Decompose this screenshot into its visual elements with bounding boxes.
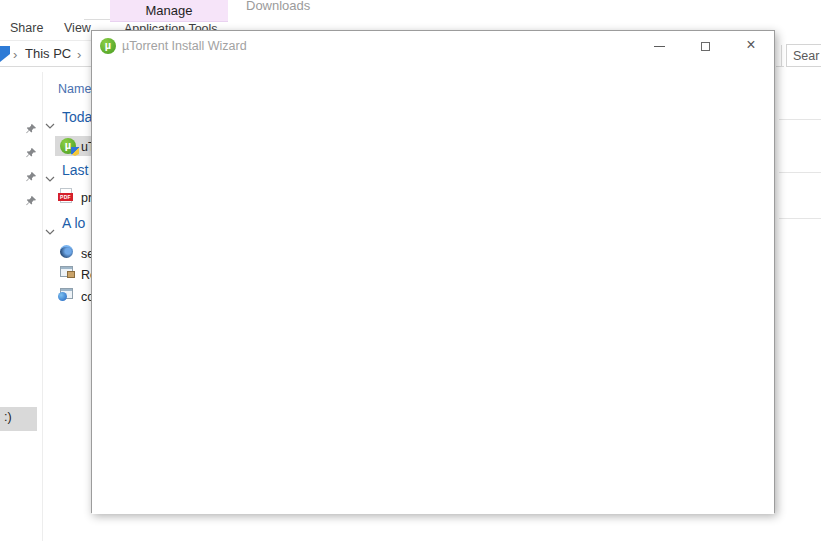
minimize-button[interactable]: [636, 31, 682, 61]
dialog-title: µTorrent Install Wizard: [122, 39, 247, 53]
pin-icon: [25, 169, 37, 181]
navpane-item-local-disk[interactable]: :): [0, 407, 37, 431]
ribbon-contextual-tab-manage[interactable]: Manage: [110, 0, 228, 22]
column-header-name[interactable]: Name: [58, 82, 91, 96]
pin-icon: [25, 145, 37, 157]
ribbon-tab-share[interactable]: Share: [10, 21, 43, 35]
close-button[interactable]: ×: [728, 31, 774, 61]
utorrent-file-icon: µ: [60, 138, 76, 154]
chevron-down-icon[interactable]: [45, 221, 55, 227]
address-bar-right-edge: [781, 45, 782, 67]
search-input[interactable]: [787, 45, 821, 66]
utorrent-logo-icon: µ: [100, 38, 116, 54]
breadcrumb-chevron-icon: ›: [77, 47, 81, 62]
desktop-screen: Manage Downloads Share View Application …: [0, 0, 821, 541]
package-box-icon: [67, 271, 75, 278]
pin-icon: [25, 121, 37, 133]
globe-icon: [58, 292, 67, 301]
pdf-file-icon: PDF: [60, 188, 72, 203]
ribbon-tab-view[interactable]: View: [64, 21, 91, 35]
explorer-window-title: Downloads: [246, 0, 310, 13]
breadcrumb-this-pc[interactable]: This PC: [25, 46, 71, 61]
group-header-today[interactable]: Toda: [62, 109, 92, 125]
nav-arrow-icon[interactable]: [0, 45, 11, 67]
breadcrumb-chevron-icon: ›: [13, 47, 17, 62]
titlebar-divider: [84, 19, 110, 20]
utorrent-install-wizard-dialog: µ µTorrent Install Wizard ×: [91, 30, 775, 513]
address-bar-border: [0, 66, 92, 67]
group-header-last-week[interactable]: Last: [62, 162, 88, 178]
setup-file-icon: [60, 245, 73, 258]
navpane-separator: [42, 72, 43, 541]
minimize-icon: [654, 46, 665, 47]
address-bar-border-right: [776, 66, 784, 67]
group-header-rule: [779, 119, 821, 120]
installer-file-icon: [60, 266, 73, 277]
navpane-item-label: :): [4, 410, 12, 424]
ribbon-bottom-border: [0, 40, 92, 41]
maximize-icon: [701, 42, 710, 51]
pin-icon: [25, 193, 37, 205]
group-header-long-ago[interactable]: A lo: [62, 215, 85, 231]
app-globe-file-icon: [60, 288, 73, 299]
search-box[interactable]: [786, 44, 821, 67]
dialog-titlebar[interactable]: µ µTorrent Install Wizard ×: [92, 31, 774, 61]
maximize-button[interactable]: [682, 31, 728, 61]
chevron-down-icon[interactable]: [45, 115, 55, 121]
close-icon: ×: [746, 37, 755, 53]
group-header-rule: [779, 218, 821, 219]
chevron-down-icon[interactable]: [45, 168, 55, 174]
dialog-body: [92, 61, 774, 514]
group-header-rule: [779, 172, 821, 173]
